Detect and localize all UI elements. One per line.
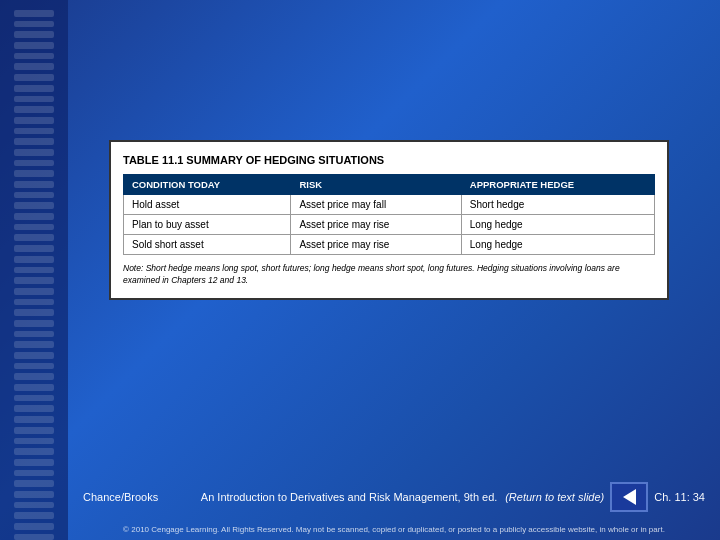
table-row: Hold asset Asset price may fall Short he… <box>124 194 655 214</box>
stripe <box>14 480 54 487</box>
stripe <box>14 245 54 252</box>
row3-condition: Sold short asset <box>124 234 291 254</box>
stripe <box>14 534 54 540</box>
stripe <box>14 138 54 145</box>
stripe <box>14 299 54 306</box>
stripe <box>14 63 54 70</box>
stripe <box>14 192 54 199</box>
row2-hedge: Long hedge <box>461 214 654 234</box>
stripe <box>14 117 54 124</box>
stripe <box>14 523 54 530</box>
stripe <box>14 363 54 370</box>
col-header-risk: RISK <box>291 174 461 194</box>
stripe <box>14 85 54 92</box>
stripe <box>14 74 54 81</box>
table-container: TABLE 11.1 SUMMARY OF HEDGING SITUATIONS… <box>109 140 669 301</box>
stripe <box>14 53 54 60</box>
col-header-hedge: APPROPRIATE HEDGE <box>461 174 654 194</box>
stripe <box>14 384 54 391</box>
hedge-table: CONDITION TODAY RISK APPROPRIATE HEDGE H… <box>123 174 655 255</box>
stripe <box>14 352 54 359</box>
chapter-info: Ch. 11: 34 <box>654 491 705 503</box>
row1-hedge: Short hedge <box>461 194 654 214</box>
stripe <box>14 256 54 263</box>
table-title: TABLE 11.1 SUMMARY OF HEDGING SITUATIONS <box>123 154 655 166</box>
stripe <box>14 459 54 466</box>
stripe <box>14 427 54 434</box>
stripe <box>14 470 54 477</box>
stripe <box>14 106 54 113</box>
stripe <box>14 128 54 135</box>
stripe <box>14 491 54 498</box>
stripe <box>14 42 54 49</box>
stripe <box>14 160 54 167</box>
left-panel <box>0 0 68 540</box>
author-label: Chance/Brooks <box>83 491 193 503</box>
row3-risk: Asset price may rise <box>291 234 461 254</box>
book-title: An Introduction to Derivatives and Risk … <box>193 491 505 503</box>
stripe <box>14 31 54 38</box>
main-content: TABLE 11.1 SUMMARY OF HEDGING SITUATIONS… <box>68 0 720 540</box>
table-row: Plan to buy asset Asset price may rise L… <box>124 214 655 234</box>
copyright-footer: © 2010 Cengage Learning. All Rights Rese… <box>68 525 720 534</box>
stripe <box>14 512 54 519</box>
stripe <box>14 331 54 338</box>
row1-risk: Asset price may fall <box>291 194 461 214</box>
stripe <box>14 181 54 188</box>
table-note: Note: Short hedge means long spot, short… <box>123 263 655 287</box>
bottom-bar: Chance/Brooks An Introduction to Derivat… <box>68 482 720 512</box>
stripe <box>14 170 54 177</box>
stripe <box>14 405 54 412</box>
stripe <box>14 202 54 209</box>
stripe <box>14 10 54 17</box>
stripe <box>14 277 54 284</box>
stripe <box>14 96 54 103</box>
row3-hedge: Long hedge <box>461 234 654 254</box>
col-header-condition: CONDITION TODAY <box>124 174 291 194</box>
back-button[interactable] <box>610 482 648 512</box>
stripe <box>14 341 54 348</box>
row2-risk: Asset price may rise <box>291 214 461 234</box>
row2-condition: Plan to buy asset <box>124 214 291 234</box>
stripe <box>14 21 54 28</box>
stripe <box>14 234 54 241</box>
copyright-text: © 2010 Cengage Learning. All Rights Rese… <box>123 525 665 534</box>
right-section: (Return to text slide) Ch. 11: 34 <box>505 482 705 512</box>
stripe <box>14 438 54 445</box>
return-link[interactable]: (Return to text slide) <box>505 491 604 503</box>
stripe <box>14 416 54 423</box>
stripe <box>14 373 54 380</box>
stripe <box>14 288 54 295</box>
table-row: Sold short asset Asset price may rise Lo… <box>124 234 655 254</box>
stripe <box>14 309 54 316</box>
stripe <box>14 213 54 220</box>
stripe <box>14 395 54 402</box>
stripe <box>14 502 54 509</box>
row1-condition: Hold asset <box>124 194 291 214</box>
stripe <box>14 224 54 231</box>
stripe <box>14 320 54 327</box>
stripe <box>14 149 54 156</box>
stripe <box>14 448 54 455</box>
back-arrow-icon <box>623 489 636 505</box>
stripe <box>14 267 54 274</box>
